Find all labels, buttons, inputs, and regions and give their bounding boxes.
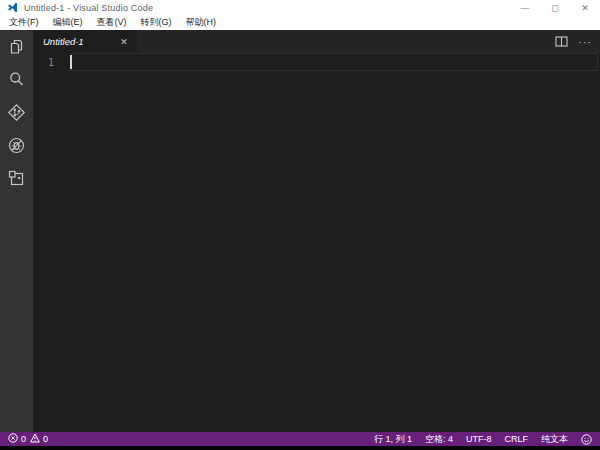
- activity-extensions-button[interactable]: [0, 162, 33, 195]
- more-actions-icon[interactable]: ···: [578, 38, 592, 46]
- feedback-smiley-icon[interactable]: [581, 434, 592, 445]
- menu-item-file[interactable]: 文件(F): [2, 15, 46, 30]
- status-indentation[interactable]: 空格: 4: [425, 433, 453, 446]
- warning-icon: [30, 433, 40, 445]
- activity-debug-button[interactable]: [0, 129, 33, 162]
- warnings-count: 0: [43, 434, 48, 444]
- window-bottom-border: [0, 446, 600, 450]
- vscode-logo-icon: [7, 2, 18, 13]
- editor-actions: ···: [555, 30, 600, 53]
- window-title: Untitled-1 - Visual Studio Code: [24, 3, 153, 13]
- git-branch-icon: [7, 103, 26, 122]
- errors-indicator[interactable]: 0: [8, 433, 26, 445]
- split-editor-icon[interactable]: [555, 36, 568, 47]
- tab-untitled-1[interactable]: Untitled-1 ✕: [33, 30, 137, 53]
- line-number: 1: [48, 57, 54, 68]
- status-language-mode[interactable]: 纯文本: [541, 433, 568, 446]
- warnings-indicator[interactable]: 0: [30, 433, 48, 445]
- search-icon: [7, 70, 26, 89]
- main-region: Untitled-1 ✕ ··· 1: [0, 30, 600, 432]
- tab-bar: Untitled-1 ✕ ···: [33, 30, 600, 53]
- activity-bar: [0, 30, 33, 432]
- menu-item-go[interactable]: 转到(G): [134, 15, 179, 30]
- activity-source-control-button[interactable]: [0, 96, 33, 129]
- status-eol[interactable]: CRLF: [504, 434, 528, 444]
- editor[interactable]: 1: [33, 53, 600, 432]
- activity-search-button[interactable]: [0, 63, 33, 96]
- titlebar: Untitled-1 - Visual Studio Code — ◻ ✕: [0, 0, 600, 15]
- debug-icon: [7, 136, 26, 155]
- status-problems[interactable]: 0 0: [8, 433, 48, 445]
- menu-item-help[interactable]: 帮助(H): [179, 15, 224, 30]
- error-icon: [8, 433, 18, 445]
- tab-close-icon[interactable]: ✕: [117, 35, 131, 49]
- maximize-button[interactable]: ◻: [540, 0, 570, 15]
- files-icon: [7, 37, 26, 56]
- status-cursor-position[interactable]: 行 1, 列 1: [374, 433, 412, 446]
- editor-gutter: 1: [33, 53, 70, 72]
- editor-region: Untitled-1 ✕ ··· 1: [33, 30, 600, 432]
- vscode-window: Untitled-1 - Visual Studio Code — ◻ ✕ 文件…: [0, 0, 600, 450]
- text-cursor: [70, 55, 72, 69]
- status-bar: 0 0 行 1, 列 1 空格: 4 UTF-8 CRLF 纯文本: [0, 432, 600, 446]
- window-controls: — ◻ ✕: [510, 0, 600, 15]
- tab-label: Untitled-1: [43, 36, 117, 47]
- close-button[interactable]: ✕: [570, 0, 600, 15]
- menu-item-edit[interactable]: 编辑(E): [46, 15, 90, 30]
- status-right: 行 1, 列 1 空格: 4 UTF-8 CRLF 纯文本: [374, 433, 592, 446]
- extensions-icon: [7, 169, 26, 188]
- status-encoding[interactable]: UTF-8: [466, 434, 492, 444]
- minimize-button[interactable]: —: [510, 0, 540, 15]
- errors-count: 0: [21, 434, 26, 444]
- activity-explorer-button[interactable]: [0, 30, 33, 63]
- menu-item-view[interactable]: 查看(V): [90, 15, 134, 30]
- current-line-highlight: [70, 53, 598, 71]
- menubar: 文件(F) 编辑(E) 查看(V) 转到(G) 帮助(H): [0, 15, 600, 30]
